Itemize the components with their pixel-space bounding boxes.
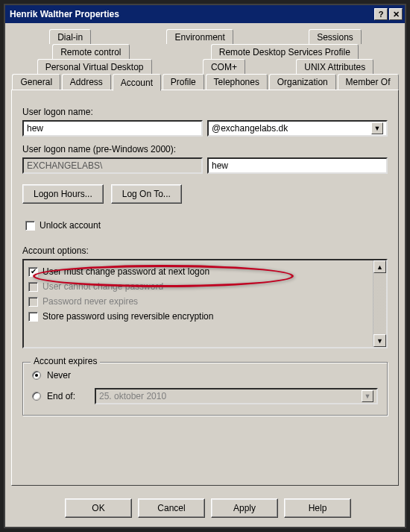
opt-never-expires-label: Password never expires <box>42 296 138 307</box>
chevron-down-icon: ▼ <box>362 390 373 402</box>
unlock-checkbox[interactable] <box>25 221 35 231</box>
scroll-down-icon[interactable]: ▼ <box>373 334 386 347</box>
titlebar: Henrik Walther Properties ? ✕ <box>5 5 405 23</box>
tab-sessions[interactable]: Sessions <box>309 29 362 44</box>
opt-cannot-change-checkbox[interactable] <box>28 282 38 292</box>
opt-reversible-label: Store password using reversible encrypti… <box>42 311 213 322</box>
options-scrollbar[interactable]: ▲ ▼ <box>373 260 386 347</box>
dialog-buttons: OK Cancel Apply Help <box>5 491 405 527</box>
chevron-down-icon: ▼ <box>371 122 383 134</box>
tab-member-of[interactable]: Member Of <box>338 74 399 90</box>
tab-strip: Dial-in Environment Sessions Remote cont… <box>11 29 399 90</box>
tab-remote-control[interactable]: Remote control <box>52 44 129 59</box>
opt-change-pw-checkbox[interactable]: ✔ <box>28 267 38 277</box>
tab-account[interactable]: Account <box>113 74 161 91</box>
account-options-label: Account options: <box>22 245 388 256</box>
cancel-button[interactable]: Cancel <box>138 498 205 518</box>
account-panel: User logon name: @exchangelabs.dk ▼ User… <box>11 90 399 486</box>
window-title: Henrik Walther Properties <box>10 9 373 19</box>
logon-name-input[interactable] <box>22 120 203 137</box>
opt-change-pw-label: User must change password at next logon <box>42 266 209 277</box>
account-expires-group: Account expires Never End of: 25. oktobe… <box>22 362 388 416</box>
help-button[interactable]: Help <box>284 498 351 518</box>
expires-endof-radio[interactable] <box>32 392 41 401</box>
help-titlebar-button[interactable]: ? <box>374 8 388 20</box>
expires-never-label: Never <box>47 370 71 381</box>
log-on-to-button[interactable]: Log On To... <box>111 184 182 204</box>
apply-button[interactable]: Apply <box>211 498 278 518</box>
tab-dial-in[interactable]: Dial-in <box>49 29 91 44</box>
pre2000-user-input[interactable] <box>207 157 388 174</box>
expires-never-radio[interactable] <box>32 371 41 380</box>
scroll-up-icon[interactable]: ▲ <box>373 260 386 273</box>
tab-profile[interactable]: Profile <box>163 74 204 90</box>
properties-dialog: Henrik Walther Properties ? ✕ Dial-in En… <box>4 4 406 528</box>
logon-hours-button[interactable]: Logon Hours... <box>22 184 104 204</box>
expires-date-value: 25. oktober 2010 <box>99 391 166 401</box>
pre2000-domain-input <box>22 157 203 174</box>
domain-value: @exchangelabs.dk <box>212 123 288 134</box>
logon-name-label: User logon name: <box>22 107 388 117</box>
ok-button[interactable]: OK <box>65 498 132 518</box>
pre2000-label: User logon name (pre-Windows 2000): <box>22 144 388 154</box>
account-options-list: ✔ User must change password at next logo… <box>22 259 388 348</box>
tab-complus[interactable]: COM+ <box>203 59 245 74</box>
tab-address[interactable]: Address <box>62 74 111 90</box>
domain-select[interactable]: @exchangelabs.dk ▼ <box>207 120 388 137</box>
expires-date-select: 25. oktober 2010 ▼ <box>95 388 378 404</box>
opt-reversible-checkbox[interactable] <box>28 312 38 322</box>
expires-endof-label: End of: <box>47 391 89 401</box>
tab-telephones[interactable]: Telephones <box>206 74 268 90</box>
tab-pvd[interactable]: Personal Virtual Desktop <box>37 59 152 74</box>
close-titlebar-button[interactable]: ✕ <box>389 8 403 20</box>
tab-environment[interactable]: Environment <box>166 29 233 44</box>
opt-cannot-change-label: User cannot change password <box>42 281 163 292</box>
opt-never-expires-checkbox[interactable] <box>28 297 38 307</box>
unlock-label: Unlock account <box>40 220 101 231</box>
tab-general[interactable]: General <box>12 74 60 90</box>
tab-unix[interactable]: UNIX Attributes <box>296 59 373 74</box>
tab-organization[interactable]: Organization <box>269 74 336 90</box>
tab-rds-profile[interactable]: Remote Desktop Services Profile <box>211 44 359 59</box>
expires-legend: Account expires <box>31 356 100 366</box>
